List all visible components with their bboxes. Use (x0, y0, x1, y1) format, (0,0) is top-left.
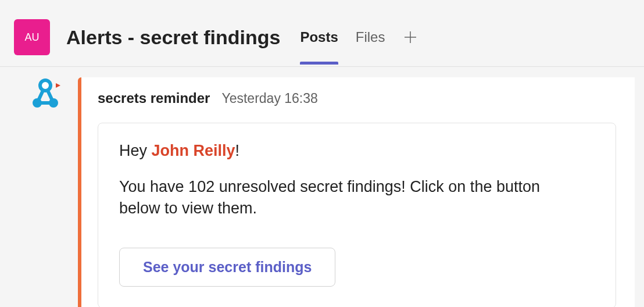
plus-icon (402, 29, 418, 45)
sender-name: secrets reminder (98, 90, 210, 106)
greeting-prefix: Hey (119, 142, 152, 159)
adaptive-card: Hey John Reilly! You have 102 unresolved… (98, 123, 616, 307)
bot-avatar (27, 77, 64, 115)
mention-user[interactable]: John Reilly (152, 142, 235, 159)
add-tab-button[interactable] (402, 29, 418, 45)
message-timestamp: Yesterday 16:38 (221, 91, 317, 106)
message-header: secrets reminder Yesterday 16:38 (98, 90, 616, 106)
tab-posts[interactable]: Posts (300, 10, 338, 64)
message-card: secrets reminder Yesterday 16:38 Hey Joh… (78, 77, 635, 307)
svg-point-3 (33, 98, 42, 108)
svg-point-4 (49, 98, 58, 108)
channel-title: Alerts - secret findings (66, 26, 280, 49)
message-feed: secrets reminder Yesterday 16:38 Hey Joh… (0, 67, 644, 307)
tab-files[interactable]: Files (356, 10, 385, 64)
card-body-text: You have 102 unresolved secret findings!… (119, 176, 573, 220)
greeting-suffix: ! (235, 142, 240, 159)
see-findings-button[interactable]: See your secret findings (119, 248, 335, 287)
channel-header: AU Alerts - secret findings Posts Files (0, 0, 644, 67)
svg-marker-5 (56, 83, 60, 88)
svg-point-2 (40, 80, 51, 91)
webhook-icon (27, 77, 64, 115)
channel-avatar: AU (14, 19, 50, 55)
message-row: secrets reminder Yesterday 16:38 Hey Joh… (27, 77, 635, 307)
greeting-line: Hey John Reilly! (119, 142, 595, 160)
tabs-row: Posts Files (300, 13, 418, 66)
